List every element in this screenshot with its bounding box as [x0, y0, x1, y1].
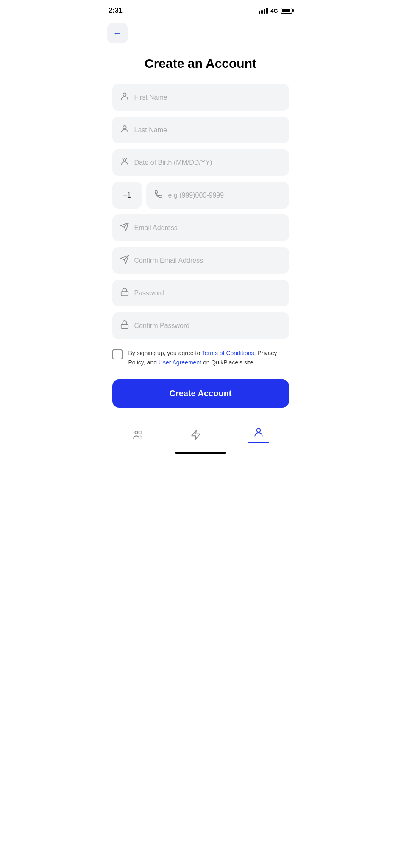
form-container: +1	[100, 84, 301, 408]
dob-field	[112, 149, 289, 176]
dob-input[interactable]	[134, 159, 281, 167]
person-icon	[120, 92, 129, 103]
terms-checkbox[interactable]	[112, 349, 123, 359]
phone-input[interactable]	[168, 192, 281, 199]
svg-rect-4	[121, 324, 128, 328]
confirm-password-input[interactable]	[134, 322, 281, 330]
password-field	[112, 280, 289, 306]
back-btn-container: ←	[100, 19, 301, 47]
svg-point-1	[123, 126, 126, 129]
create-account-button[interactable]: Create Account	[112, 379, 289, 408]
page-title: Create an Account	[100, 47, 301, 84]
password-input[interactable]	[134, 289, 281, 297]
profile-icon	[253, 427, 264, 438]
email-icon	[120, 222, 129, 234]
status-icons: 4G	[259, 8, 292, 14]
status-time: 2:31	[109, 7, 123, 14]
network-label: 4G	[270, 8, 278, 14]
confirm-password-field	[112, 312, 289, 339]
terms-link-1[interactable]: Terms of Conditions,	[202, 350, 256, 356]
phone-icon	[154, 189, 163, 201]
country-code-selector[interactable]: +1	[112, 182, 142, 209]
calendar-person-icon	[120, 157, 129, 168]
svg-point-8	[257, 428, 261, 432]
email-field	[112, 214, 289, 241]
lock-icon	[120, 287, 129, 299]
phone-field	[146, 182, 289, 209]
last-name-input[interactable]	[134, 126, 281, 134]
svg-point-2	[123, 159, 125, 161]
nav-item-lightning[interactable]	[190, 429, 201, 440]
terms-container: By signing up, you agree to Terms of Con…	[112, 345, 289, 371]
nav-active-indicator	[248, 442, 269, 443]
nav-item-profile[interactable]	[248, 427, 269, 443]
terms-text: By signing up, you agree to Terms of Con…	[128, 348, 289, 367]
confirm-email-field	[112, 247, 289, 274]
terms-suffix: on QuikPlace's site	[201, 359, 253, 366]
signal-icon	[259, 8, 268, 14]
last-name-field	[112, 117, 289, 143]
first-name-field	[112, 84, 289, 111]
svg-rect-3	[121, 292, 128, 296]
terms-and: and	[145, 359, 159, 366]
svg-marker-7	[192, 430, 200, 440]
svg-point-5	[135, 431, 138, 434]
home-indicator	[175, 452, 226, 454]
lightning-icon	[190, 429, 201, 440]
back-button[interactable]: ←	[107, 23, 128, 43]
lock-icon-2	[120, 320, 129, 331]
status-bar: 2:31 4G	[100, 0, 301, 19]
terms-prefix: By signing up, you agree to	[128, 350, 202, 356]
confirm-email-icon	[120, 255, 129, 266]
person-icon-2	[120, 124, 129, 136]
battery-icon	[281, 8, 292, 14]
bottom-nav	[100, 418, 301, 448]
email-input[interactable]	[134, 224, 281, 232]
group-icon	[132, 429, 143, 440]
terms-link-2[interactable]: User Agreement	[159, 359, 201, 366]
battery-fill	[282, 9, 290, 12]
svg-point-6	[139, 431, 142, 434]
first-name-input[interactable]	[134, 94, 281, 101]
svg-point-0	[123, 93, 126, 96]
nav-item-group[interactable]	[132, 429, 143, 440]
phone-row: +1	[112, 182, 289, 209]
back-arrow-icon: ←	[113, 28, 122, 38]
confirm-email-input[interactable]	[134, 257, 281, 264]
